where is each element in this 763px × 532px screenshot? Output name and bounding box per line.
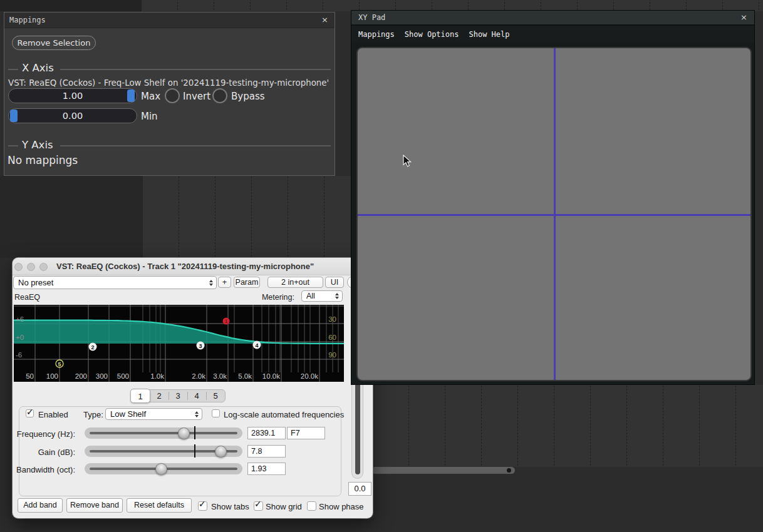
horizontal-scrollbar[interactable] <box>371 467 515 474</box>
plugin-name-label: ReaEQ <box>14 293 40 302</box>
desktop-mid <box>143 176 356 258</box>
max-slider[interactable]: 1.00 <box>8 88 137 103</box>
band-tab-2[interactable]: 2 <box>150 390 169 402</box>
gain-value-field[interactable]: 7.8 <box>247 445 286 458</box>
xy-pad-window-title: XY Pad <box>351 13 385 22</box>
desktop-strip-top-left <box>0 0 142 11</box>
close-icon[interactable]: × <box>321 13 328 28</box>
scrollbar-dot <box>507 468 511 473</box>
band-tab-4[interactable]: 4 <box>187 390 206 402</box>
show-tabs-checkbox[interactable] <box>198 501 207 511</box>
svg-text:2.0k: 2.0k <box>192 372 205 380</box>
menu-show-options[interactable]: Show Options <box>405 30 459 39</box>
divider <box>8 69 18 70</box>
slider-tick <box>194 444 195 458</box>
show-phase-checkbox[interactable] <box>307 501 316 511</box>
mappings-titlebar[interactable]: Mappings × <box>4 13 335 28</box>
type-label: Type: <box>83 410 103 419</box>
metering-combo[interactable]: All <box>301 290 343 302</box>
add-band-button[interactable]: Add band <box>18 498 63 513</box>
frequency-note-field[interactable]: F7 <box>287 427 325 439</box>
min-slider-handle[interactable] <box>10 110 18 122</box>
svg-text:3.0k: 3.0k <box>213 372 227 380</box>
mouse-cursor <box>403 155 412 168</box>
minimize-traffic-light[interactable] <box>27 263 35 271</box>
param-button[interactable]: Param <box>234 277 260 288</box>
bypass-toggle[interactable] <box>212 88 227 103</box>
desktop-bottom-right <box>373 385 763 467</box>
io-button[interactable]: 2 in+out <box>267 277 323 288</box>
invert-label: Invert <box>183 91 210 102</box>
svg-text:30: 30 <box>328 315 336 323</box>
min-slider[interactable]: 0.00 <box>8 108 137 123</box>
frequency-label: Frequency (Hz): <box>13 429 75 439</box>
ui-button[interactable]: UI <box>325 277 344 288</box>
zoom-traffic-light[interactable] <box>39 263 48 271</box>
crosshair-horizontal <box>358 214 750 216</box>
frequency-slider[interactable] <box>85 427 242 439</box>
enabled-label: Enabled <box>38 410 68 419</box>
xy-pad-menubar: Mappings Show Options Show Help <box>351 26 754 43</box>
show-grid-checkbox[interactable] <box>254 501 263 511</box>
max-slider-handle[interactable] <box>127 90 135 102</box>
wet-value-field[interactable]: 0.0 <box>348 482 371 496</box>
band-tab-5[interactable]: 5 <box>206 390 225 402</box>
remove-selection-button[interactable]: Remove Selection <box>12 36 96 50</box>
xy-pad-titlebar[interactable]: XY Pad × <box>351 11 754 26</box>
min-slider-value: 0.00 <box>9 109 137 123</box>
svg-text:500: 500 <box>117 372 129 380</box>
frequency-value-field[interactable]: 2839.1 <box>247 427 286 439</box>
close-traffic-light[interactable] <box>14 263 23 271</box>
mappings-window: Mappings × Remove Selection X Axis VST: … <box>4 12 335 176</box>
add-preset-button[interactable]: + <box>218 277 231 288</box>
max-slider-value: 1.00 <box>9 89 137 103</box>
slider-groove <box>90 432 237 434</box>
y-axis-empty-text: No mappings <box>8 154 78 166</box>
band-tab-1[interactable]: 1 <box>130 389 150 403</box>
close-icon[interactable]: × <box>740 11 747 24</box>
remove-band-button[interactable]: Remove band <box>66 498 123 513</box>
metering-label: Metering: <box>254 293 294 302</box>
svg-text:60: 60 <box>328 334 336 341</box>
reaeq-window-title: VST: ReaEQ (Cockos) - Track 1 "20241119-… <box>56 258 314 275</box>
frequency-slider-thumb[interactable] <box>178 427 190 439</box>
gain-slider[interactable] <box>85 446 242 457</box>
menu-mappings[interactable]: Mappings <box>358 30 395 39</box>
xy-pad-surface[interactable] <box>356 47 752 381</box>
band-tab-3[interactable]: 3 <box>169 390 187 402</box>
band-tabs: 1 2 3 4 5 <box>130 389 226 402</box>
svg-text:10.0k: 10.0k <box>262 372 280 380</box>
svg-text:5: 5 <box>58 361 61 367</box>
eq-graph[interactable]: 501002003005001.0k2.0k3.0k5.0k10.0k20.0k… <box>14 305 344 382</box>
svg-text:+6: +6 <box>16 315 24 323</box>
svg-text:200: 200 <box>75 372 87 380</box>
y-axis-heading: Y Axis <box>22 139 53 151</box>
preset-combo[interactable]: No preset <box>13 276 217 289</box>
enabled-checkbox[interactable] <box>26 409 34 417</box>
reaeq-titlebar[interactable]: VST: ReaEQ (Cockos) - Track 1 "20241119-… <box>13 258 373 275</box>
svg-text:50: 50 <box>26 372 34 380</box>
svg-text:2: 2 <box>91 344 94 350</box>
svg-text:1.0k: 1.0k <box>150 372 164 380</box>
bandwidth-slider-thumb[interactable] <box>155 463 167 475</box>
show-phase-label: Show phase <box>319 502 364 511</box>
invert-toggle[interactable] <box>165 88 180 103</box>
filter-type-combo[interactable]: Low Shelf <box>105 408 202 420</box>
gain-slider-thumb[interactable] <box>215 446 227 458</box>
desktop-mid-left <box>0 176 143 258</box>
show-tabs-label: Show tabs <box>211 502 249 511</box>
svg-text:3: 3 <box>199 343 202 349</box>
x-axis-heading: X Axis <box>22 62 54 74</box>
bandwidth-value-field[interactable]: 1.93 <box>247 463 286 475</box>
min-label: Min <box>141 111 158 122</box>
bandwidth-slider[interactable] <box>85 463 242 474</box>
bypass-label: Bypass <box>231 91 265 102</box>
stepper-icon <box>335 293 339 299</box>
svg-text:90: 90 <box>328 351 336 359</box>
mappings-window-title: Mappings <box>4 16 46 24</box>
svg-text:300: 300 <box>96 372 108 380</box>
reset-defaults-button[interactable]: Reset defaults <box>127 498 192 513</box>
slider-tick <box>194 426 195 439</box>
log-scale-checkbox[interactable] <box>212 409 220 417</box>
menu-show-help[interactable]: Show Help <box>469 30 510 39</box>
